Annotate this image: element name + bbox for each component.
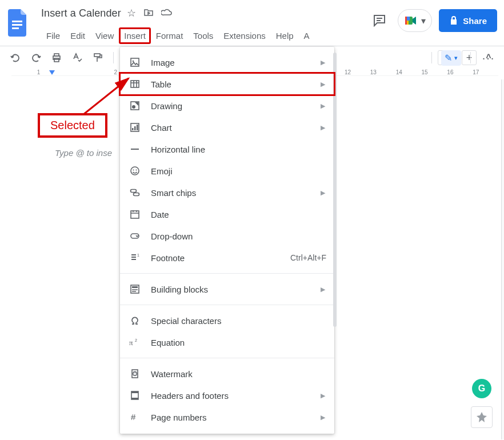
menu-item-label: Page numbers [151,413,207,422]
placeholder-hint: Type @ to inse [55,148,112,158]
menu-file[interactable]: File [41,27,65,44]
svg-rect-19 [134,126,136,130]
star-icon[interactable]: ☆ [127,7,136,19]
insert-building-blocks[interactable]: Building blocks▶ [120,278,334,300]
emoji-icon [129,165,141,177]
menu-separator [120,273,334,274]
ruler-tick: 1 [37,69,63,75]
print-button[interactable] [48,49,65,66]
menu-format[interactable]: Format [151,27,189,44]
svg-rect-25 [131,190,137,193]
cloud-status-icon[interactable] [161,7,173,19]
editing-mode-button[interactable]: ✎ ▾ [441,50,461,66]
submenu-arrow-icon: ▶ [321,124,325,131]
menu-item-label: Equation [151,338,185,347]
ruler-tick: 17 [473,69,498,75]
menu-separator [120,358,334,358]
svg-rect-38 [131,398,138,399]
insert-table[interactable]: Table▶ [120,73,334,95]
insert-page-numbers[interactable]: #Page numbers▶ [120,406,334,428]
insert-equation[interactable]: π2Equation [120,331,334,353]
meet-button[interactable]: ▾ [398,9,432,32]
doc-title[interactable]: Insert a Calender [41,7,121,19]
menu-item-label: Watermark [151,369,193,379]
svg-rect-26 [134,193,139,196]
menu-item-label: Emoji [151,166,173,176]
svg-rect-27 [131,211,139,218]
menu-tools[interactable]: Tools [188,27,218,44]
insert-emoji[interactable]: Emoji [120,160,334,182]
insert-horizontal-line[interactable]: Horizontal line [120,138,334,160]
ruler-tick [11,69,37,75]
move-icon[interactable] [144,7,153,19]
insert-chart[interactable]: Chart▶ [120,117,334,138]
menubar: File Edit View Insert Format Tools Exten… [41,27,315,44]
menu-item-label: Smart chips [151,188,196,198]
shortcut-label: Ctrl+Alt+F [290,253,326,262]
chevron-down-icon: ▾ [421,15,426,26]
collapse-toolbar-button[interactable]: ^ [480,49,497,66]
menu-item-label: Image [151,58,175,67]
blocks-icon [129,283,141,295]
submenu-arrow-icon: ▶ [321,81,325,88]
submenu-arrow-icon: ▶ [321,392,325,399]
insert-drawing[interactable]: Drawing▶ [120,95,334,117]
menu-extensions[interactable]: Extensions [218,27,270,44]
paint-format-button[interactable] [89,49,106,66]
menu-separator [120,305,334,305]
svg-text:1: 1 [137,253,139,257]
date-icon [129,209,141,220]
ruler-tick: 12 [345,69,370,75]
share-button[interactable]: Share [439,9,497,32]
menu-item-label: Chart [151,123,172,133]
menu-help[interactable]: Help [271,27,299,44]
svg-text:π: π [129,338,133,347]
redo-button[interactable] [27,49,45,66]
docs-logo[interactable] [7,8,30,38]
svg-rect-8 [54,54,59,56]
menu-item-label: Building blocks [151,285,208,294]
submenu-arrow-icon: ▶ [321,102,325,110]
menu-item-label: Footnote [151,253,185,263]
comment-history-button[interactable] [368,9,391,32]
watermark-icon [129,368,141,379]
svg-point-22 [131,167,139,175]
headers-icon [129,390,141,401]
svg-rect-2 [12,27,19,29]
insert-footnote[interactable]: 1FootnoteCtrl+Alt+F [120,247,334,269]
menu-edit[interactable]: Edit [65,27,90,44]
pencil-icon: ✎ [445,53,452,63]
insert-smart-chips[interactable]: Smart chips▶ [120,182,334,203]
insert-drop-down[interactable]: Drop-down [120,225,334,247]
svg-rect-31 [132,286,138,288]
svg-rect-20 [137,125,138,130]
annotation-label: Selected [38,113,107,138]
insert-watermark[interactable]: Watermark [120,363,334,385]
insert-menu-dropdown: Image▶Table▶Drawing▶Chart▶Horizontal lin… [120,47,334,434]
grammarly-button[interactable]: G [472,379,491,398]
svg-rect-0 [12,21,22,22]
svg-rect-18 [132,128,134,130]
hline-icon [129,143,141,155]
insert-image[interactable]: Image▶ [120,51,334,73]
chart-icon [129,122,141,133]
insert-special-characters[interactable]: Special characters [120,310,334,331]
menu-item-label: Headers and footers [151,391,229,401]
ruler-tick: 16 [447,69,473,75]
insert-date[interactable]: Date [120,203,334,225]
undo-button[interactable] [7,49,24,66]
share-label: Share [463,16,487,26]
image-icon [129,57,141,68]
menu-view[interactable]: View [90,27,119,44]
pagenum-icon: # [129,411,141,423]
omega-icon [129,315,141,326]
menu-insert[interactable]: Insert [119,27,151,44]
svg-rect-37 [131,391,138,393]
svg-rect-10 [94,54,100,57]
svg-rect-1 [12,24,22,26]
explore-button[interactable] [471,406,493,428]
separator [470,52,471,63]
spellcheck-button[interactable] [69,49,86,66]
insert-headers-and-footers[interactable]: Headers and footers▶ [120,385,334,406]
menu-accessibility[interactable]: A [299,27,315,44]
